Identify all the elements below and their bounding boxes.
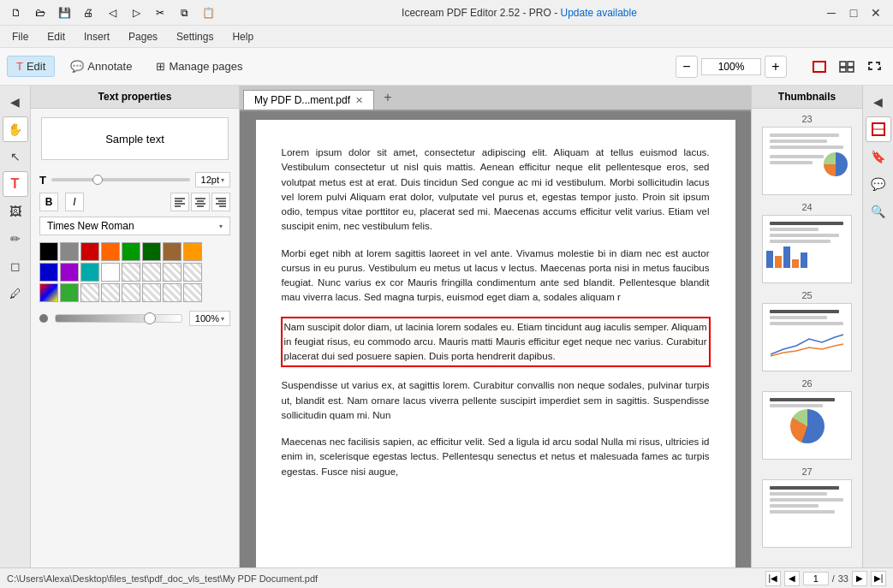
bold-button[interactable]: B [39, 193, 58, 211]
tab-bar: My PDF D...ment.pdf ✕ + [240, 86, 751, 111]
pdf-paragraph-1: Lorem ipsum dolor sit amet, consectetur … [282, 146, 710, 235]
thumbnails-icon[interactable] [866, 116, 891, 142]
color-orange[interactable] [101, 242, 120, 261]
bookmark-icon[interactable]: 🔖 [866, 144, 891, 169]
opacity-thumb [144, 312, 156, 324]
align-center-button[interactable] [191, 193, 210, 211]
total-pages: 33 [838, 573, 848, 584]
shapes-tool-icon[interactable]: ◻ [3, 253, 28, 279]
redo-icon[interactable]: ▷ [127, 3, 146, 22]
menu-file[interactable]: File [3, 27, 37, 46]
opacity-slider[interactable] [55, 314, 182, 323]
prev-page-button[interactable]: ◀ [784, 571, 800, 586]
minimize-button[interactable]: ─ [821, 3, 842, 23]
menu-settings[interactable]: Settings [168, 27, 222, 46]
color-red[interactable] [80, 242, 99, 261]
draw-tool-icon[interactable]: ✏ [3, 226, 28, 252]
titlebar-title: Icecream PDF Editor 2.52 - PRO - Update … [217, 7, 821, 19]
tab-close-icon[interactable]: ✕ [355, 95, 363, 106]
copy-icon[interactable]: ⧉ [175, 3, 193, 22]
color-transparent-1[interactable] [122, 263, 140, 282]
manage-pages-button[interactable]: ⊞ Manage pages [147, 56, 251, 76]
thumbnail-24[interactable]: 24 [757, 202, 857, 283]
color-transparent-2[interactable] [142, 263, 161, 282]
color-custom-2[interactable] [60, 283, 79, 302]
color-transparent-3[interactable] [163, 263, 182, 282]
comment-icon[interactable]: 💬 [866, 171, 891, 197]
next-page-button[interactable]: ▶ [852, 571, 867, 586]
align-right-button[interactable] [211, 193, 230, 211]
color-white[interactable] [101, 263, 120, 282]
edit-tool-button[interactable]: T Edit [7, 56, 55, 77]
menu-help[interactable]: Help [223, 27, 262, 46]
select-tool-icon[interactable]: ↖ [3, 144, 28, 169]
zoom-in-button[interactable]: + [765, 56, 787, 78]
current-page-input[interactable] [803, 572, 829, 585]
add-tab-button[interactable]: + [378, 87, 398, 108]
menu-pages[interactable]: Pages [120, 27, 166, 46]
opacity-value[interactable]: 100% ▾ [189, 311, 230, 326]
open-icon[interactable]: 🗁 [31, 3, 50, 22]
color-brown[interactable] [163, 242, 182, 261]
font-size-value[interactable]: 12pt ▾ [195, 172, 230, 187]
color-custom-1[interactable] [39, 283, 58, 302]
color-blue[interactable] [39, 263, 58, 282]
font-selector[interactable]: Times New Roman ▾ [39, 217, 230, 235]
color-dark-green[interactable] [142, 242, 161, 261]
layout-grid-icon[interactable] [835, 55, 859, 79]
right-sidebar: ◀ 🔖 💬 🔍 [862, 86, 893, 567]
pen-tool-icon[interactable]: 🖊 [3, 281, 28, 306]
menu-edit[interactable]: Edit [39, 27, 74, 46]
pdf-paragraph-3-selected[interactable]: Nam suscipit dolor diam, ut lacinia lore… [282, 318, 710, 367]
new-icon[interactable]: 🗋 [7, 3, 26, 22]
update-link[interactable]: Update available [560, 7, 636, 19]
last-page-button[interactable]: ▶| [871, 571, 886, 586]
close-button[interactable]: ✕ [866, 3, 886, 23]
color-transparent-5[interactable] [80, 283, 99, 302]
cut-icon[interactable]: ✂ [151, 3, 170, 22]
color-transparent-9[interactable] [163, 283, 182, 302]
thumbnail-23[interactable]: 23 [757, 114, 857, 195]
pdf-tab[interactable]: My PDF D...ment.pdf ✕ [243, 90, 374, 110]
color-purple[interactable] [60, 263, 79, 282]
zoom-display[interactable]: 100% [701, 58, 761, 75]
color-cyan[interactable] [80, 263, 99, 282]
thumbnail-25[interactable]: 25 [757, 290, 857, 371]
align-left-button[interactable] [170, 193, 189, 211]
save-icon[interactable]: 💾 [55, 3, 74, 22]
annotate-tool-button[interactable]: 💬 Annotate [62, 56, 140, 76]
print-icon[interactable]: 🖨 [79, 3, 98, 22]
left-sidebar: ◀ ✋ ↖ T 🖼 ✏ ◻ 🖊 [0, 86, 31, 567]
color-transparent-6[interactable] [101, 283, 120, 302]
pages-icon: ⊞ [156, 60, 165, 73]
color-transparent-8[interactable] [142, 283, 161, 302]
maximize-button[interactable]: □ [843, 3, 864, 23]
color-transparent-10[interactable] [183, 283, 202, 302]
italic-button[interactable]: I [65, 193, 84, 211]
search-sidebar-icon[interactable]: 🔍 [866, 199, 891, 224]
prev-page-icon[interactable]: ◀ [3, 89, 28, 115]
color-gray[interactable] [60, 242, 79, 261]
paste-icon[interactable]: 📋 [199, 3, 217, 22]
page-navigation: |◀ ◀ / 33 ▶ ▶| [765, 571, 886, 586]
hand-tool-icon[interactable]: ✋ [3, 116, 28, 142]
zoom-out-button[interactable]: − [676, 56, 698, 78]
font-size-slider[interactable] [51, 178, 190, 181]
layout-single-icon[interactable] [807, 55, 831, 79]
color-green[interactable] [122, 242, 140, 261]
fullscreen-icon[interactable] [862, 55, 886, 79]
menu-insert[interactable]: Insert [75, 27, 118, 46]
text-tool-icon[interactable]: T [3, 171, 28, 197]
color-black[interactable] [39, 242, 58, 261]
expand-right-icon[interactable]: ◀ [866, 89, 891, 115]
image-tool-icon[interactable]: 🖼 [3, 199, 28, 224]
thumbnails-scroll[interactable]: 23 [752, 109, 862, 567]
undo-icon[interactable]: ◁ [103, 3, 122, 22]
first-page-button[interactable]: |◀ [765, 571, 781, 586]
thumbnail-26[interactable]: 26 [757, 378, 857, 460]
doc-scroll-area[interactable]: Lorem ipsum dolor sit amet, consectetur … [240, 111, 751, 567]
color-yellow[interactable] [183, 242, 202, 261]
color-transparent-4[interactable] [183, 263, 202, 282]
thumbnail-27[interactable]: 27 [757, 466, 857, 548]
color-transparent-7[interactable] [122, 283, 140, 302]
